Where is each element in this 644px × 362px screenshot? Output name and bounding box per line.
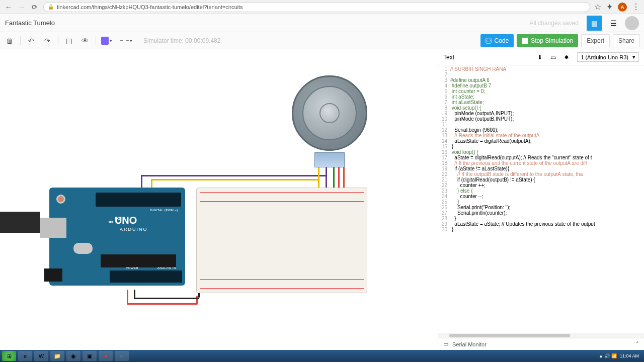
- code-icon: [486, 38, 492, 44]
- explorer-icon[interactable]: 📁: [50, 351, 64, 361]
- extension-badge[interactable]: A: [618, 3, 627, 12]
- power-label: POWER: [126, 266, 138, 269]
- circuit-canvas[interactable]: DIGITAL (PWM ~) ∞ ∞ UNO ARDUINO POWER AN…: [0, 49, 438, 350]
- record-icon[interactable]: ●: [99, 351, 113, 361]
- arduino-ide-icon[interactable]: ∞: [115, 351, 129, 361]
- start-icon[interactable]: ⊞: [2, 351, 16, 361]
- power-header: [110, 270, 182, 283]
- digital-label: DIGITAL (PWM ~): [150, 209, 178, 212]
- export-button[interactable]: Export: [581, 34, 610, 47]
- project-title[interactable]: Fantastic Tumelo: [5, 19, 55, 27]
- menu-icon[interactable]: ⋮: [632, 2, 640, 12]
- visibility-icon[interactable]: 👁: [79, 35, 91, 46]
- usb-port: [40, 218, 66, 238]
- code-panel: Text ⬇ ▭ ✸ 1 (Arduino Uno R3)▾ 1// SURBI…: [438, 49, 644, 350]
- analog-label: ANALOG IN: [157, 266, 176, 269]
- notes-icon[interactable]: ▤: [63, 35, 74, 46]
- arduino-brand: ∞ UNO: [109, 215, 137, 226]
- ie-icon[interactable]: e: [18, 351, 32, 361]
- wire-color-picker[interactable]: ▾: [101, 35, 112, 46]
- word-icon[interactable]: W: [34, 351, 48, 361]
- avatar[interactable]: [625, 16, 639, 30]
- serial-monitor-toggle[interactable]: ▭ Serial Monitor ˄: [438, 338, 644, 350]
- arduino-sub: ARDUINO: [120, 227, 148, 232]
- share-button[interactable]: Share: [613, 34, 640, 47]
- capacitor: [73, 243, 93, 254]
- power-jack: [44, 268, 62, 282]
- library-icon[interactable]: ▭: [550, 54, 556, 61]
- system-tray[interactable]: ▲ 🔊 📶 11:04 AM: [599, 353, 642, 358]
- wire-style-picker[interactable]: ▾: [117, 35, 134, 46]
- horizontal-scrollbar[interactable]: [438, 333, 644, 338]
- toolbar: 🗑 ↶ ↷ ▤ 👁 ▾ ▾ Simulator time: 00:00:09.4…: [0, 32, 644, 49]
- redo-icon[interactable]: ↷: [42, 35, 53, 46]
- stop-icon: [522, 38, 528, 44]
- code-mode[interactable]: Text: [443, 54, 454, 61]
- windows-taskbar: ⊞ e W 📁 ◉ ▣ ● ∞ ▲ 🔊 📶 11:04 AM: [0, 350, 644, 362]
- code-editor[interactable]: 1// SURBIR SINGH RANA23#define outputA 6…: [438, 65, 644, 333]
- download-icon[interactable]: ⬇: [537, 54, 542, 61]
- reset-button[interactable]: [56, 195, 65, 204]
- forward-icon[interactable]: →: [17, 3, 26, 12]
- back-icon[interactable]: ←: [4, 3, 13, 12]
- url-bar[interactable]: 🔒 tinkercad.com/things/cNHzkpHQUQ3-fanta…: [43, 2, 590, 12]
- app-header: Fantastic Tumelo All changes saved ▤ ☰: [0, 14, 644, 32]
- lock-icon: 🔒: [48, 4, 54, 10]
- usb-cable: [0, 212, 40, 233]
- save-status: All changes saved: [530, 20, 579, 27]
- board-select[interactable]: 1 (Arduino Uno R3)▾: [577, 52, 639, 62]
- chrome-icon[interactable]: ◉: [66, 351, 80, 361]
- chevron-up-icon: ˄: [636, 341, 639, 347]
- view-circuit-icon[interactable]: ▤: [587, 16, 602, 31]
- svg-rect-1: [522, 38, 528, 44]
- dc-motor-encoder[interactable]: [292, 75, 367, 151]
- url-text: tinkercad.com/things/cNHzkpHQUQ3-fantast…: [57, 4, 243, 10]
- zoom-icon[interactable]: ▣: [83, 351, 97, 361]
- atmega-chip: [101, 254, 176, 267]
- star-icon[interactable]: ☆: [594, 2, 601, 12]
- simulator-time: Simulator time: 00:00:09.482: [143, 37, 220, 44]
- breadboard[interactable]: [196, 188, 367, 293]
- digital-header: [96, 193, 181, 207]
- reload-icon[interactable]: ⟳: [30, 3, 39, 12]
- tray-icons[interactable]: ▲ 🔊 📶: [599, 353, 617, 358]
- stop-simulation-button[interactable]: Stop Simulation: [517, 34, 578, 47]
- serial-icon: ▭: [443, 341, 448, 347]
- code-button[interactable]: Code: [480, 34, 514, 47]
- motor-connector: [314, 152, 345, 167]
- view-list-icon[interactable]: ☰: [606, 16, 621, 31]
- extensions-icon[interactable]: ✦: [606, 2, 613, 12]
- delete-icon[interactable]: 🗑: [4, 35, 15, 46]
- debug-icon[interactable]: ✸: [564, 54, 569, 61]
- arduino-uno[interactable]: DIGITAL (PWM ~) ∞ ∞ UNO ARDUINO POWER AN…: [49, 188, 185, 286]
- undo-icon[interactable]: ↶: [26, 35, 37, 46]
- chevron-down-icon: ▾: [632, 54, 635, 60]
- clock: 11:04 AM: [620, 353, 639, 358]
- browser-chrome: ← → ⟳ 🔒 tinkercad.com/things/cNHzkpHQUQ3…: [0, 0, 644, 14]
